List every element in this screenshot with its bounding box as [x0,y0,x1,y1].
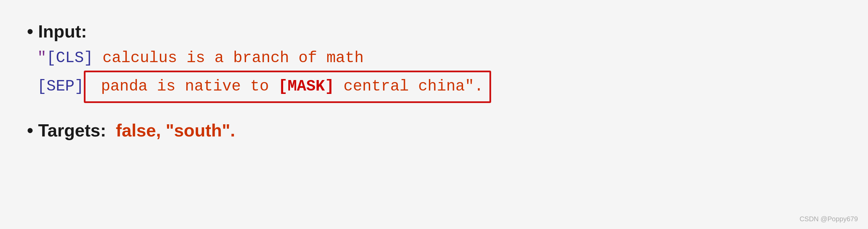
watermark: CSDN @Poppy679 [799,215,858,223]
code-block: "[CLS] calculus is a branch of math [SEP… [37,46,491,103]
targets-values: false, "south". [111,121,235,140]
target-value2: "south" [166,121,230,140]
highlighted-second-sentence: panda is native to [MASK] central china"… [84,71,491,103]
targets-label: Targets: false, "south". [27,119,491,142]
code-line-1: "[CLS] calculus is a branch of math [37,46,491,71]
cls-token: [CLS] [47,46,93,71]
code-line-2: [SEP] panda is native to [MASK] central … [37,71,491,103]
close-quote: ". [465,74,483,99]
line2-text: panda is native to [92,74,278,99]
input-label: Input: [27,20,491,43]
input-section: Input: "[CLS] calculus is a branch of ma… [27,20,491,103]
line2-end: central china [334,74,465,99]
mask-token: [MASK] [278,74,334,99]
sep-token: [SEP] [37,74,84,99]
main-content: Input: "[CLS] calculus is a branch of ma… [27,20,491,142]
target-period: . [230,121,235,140]
line1-text: calculus is a branch of math [93,46,364,71]
target-value1: false [116,121,156,140]
target-comma: , [156,121,161,140]
open-quote-token: " [37,46,47,71]
targets-section: Targets: false, "south". [27,119,491,142]
